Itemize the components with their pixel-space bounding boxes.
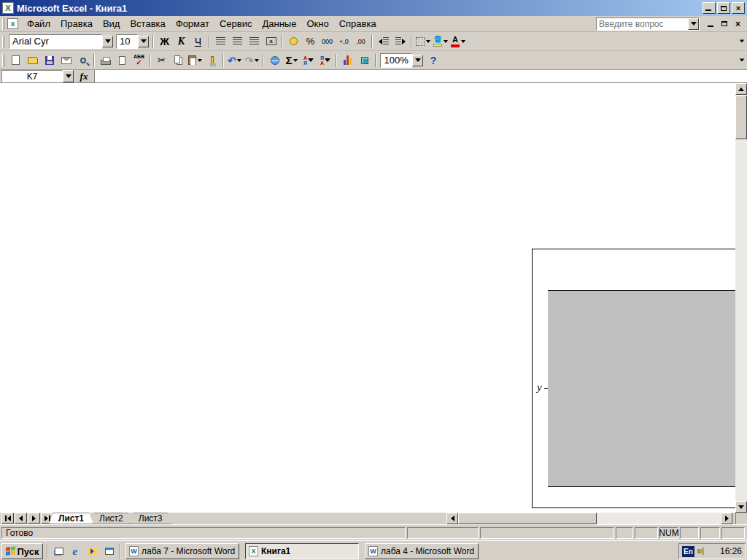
font-size-dropdown-icon[interactable]: [138, 36, 149, 47]
scroll-right-button[interactable]: [721, 513, 732, 524]
window-restore-button[interactable]: [717, 2, 730, 14]
menu-tools[interactable]: Сервис: [214, 17, 258, 31]
menu-edit[interactable]: Правка: [55, 17, 98, 31]
fill-color-dropdown-icon[interactable]: [443, 36, 448, 47]
increase-indent-button[interactable]: [392, 34, 409, 50]
scroll-down-button[interactable]: [735, 501, 747, 513]
window-minimize-button[interactable]: [703, 2, 716, 14]
menu-insert[interactable]: Вставка: [125, 17, 170, 31]
tab-sheet3[interactable]: Лист3: [129, 513, 172, 524]
font-name-combo[interactable]: Arial Cyr: [9, 34, 113, 49]
start-button[interactable]: Пуск: [1, 543, 43, 559]
thousands-button[interactable]: 000: [319, 34, 336, 50]
decrease-indent-button[interactable]: [375, 34, 392, 50]
paste-dropdown-icon[interactable]: [197, 55, 202, 66]
font-color-button[interactable]: А: [449, 34, 467, 50]
merge-center-button[interactable]: a: [263, 34, 279, 50]
paste-button[interactable]: [187, 52, 204, 69]
horizontal-scroll-thumb[interactable]: [458, 513, 597, 524]
undo-dropdown-icon[interactable]: [237, 55, 242, 66]
media-player-icon[interactable]: [86, 545, 98, 557]
previous-sheet-button[interactable]: [15, 513, 27, 524]
cut-button[interactable]: ✂: [153, 52, 170, 69]
tab-sheet2[interactable]: Лист2: [90, 513, 133, 524]
toolbar-grip[interactable]: [2, 36, 4, 47]
question-input[interactable]: [597, 19, 688, 29]
show-desktop-icon[interactable]: [53, 545, 65, 557]
vertical-scroll-thumb[interactable]: [735, 96, 747, 139]
scroll-up-button[interactable]: [735, 83, 747, 95]
insert-function-button[interactable]: fx: [80, 71, 88, 82]
font-name-dropdown-icon[interactable]: [102, 36, 113, 47]
menu-format[interactable]: Формат: [171, 17, 214, 31]
sort-descending-button[interactable]: ЯА: [317, 52, 333, 69]
menu-view[interactable]: Вид: [98, 17, 125, 31]
doc-restore-button[interactable]: [719, 18, 731, 29]
align-left-button[interactable]: [212, 34, 229, 50]
taskbar-item-word-laba4[interactable]: W лаба 4 - Microsoft Word: [365, 543, 479, 559]
name-box-dropdown-icon[interactable]: [63, 70, 74, 82]
menu-window[interactable]: Окно: [301, 17, 333, 31]
italic-button[interactable]: К: [173, 34, 190, 50]
copy-button[interactable]: [170, 52, 187, 69]
format-painter-button[interactable]: [204, 52, 220, 69]
currency-button[interactable]: [285, 34, 302, 50]
vertical-scrollbar[interactable]: [735, 83, 747, 513]
save-button[interactable]: [41, 52, 58, 69]
redo-dropdown-icon[interactable]: [254, 55, 259, 66]
spelling-button[interactable]: АБВ✓: [131, 52, 147, 69]
doc-minimize-button[interactable]: [705, 18, 718, 29]
hyperlink-button[interactable]: [266, 52, 283, 69]
taskbar-item-excel-kniga1[interactable]: X Книга1: [245, 543, 359, 559]
borders-button[interactable]: [414, 34, 432, 50]
new-button[interactable]: [7, 52, 24, 69]
chart-wizard-button[interactable]: [339, 52, 356, 69]
zoom-combo[interactable]: 100%: [380, 53, 423, 68]
font-size-combo[interactable]: 10: [116, 34, 149, 49]
horizontal-scrollbar[interactable]: [446, 513, 732, 524]
autosum-button[interactable]: Σ: [283, 52, 300, 69]
toolbar-options-button[interactable]: [738, 52, 746, 69]
underline-button[interactable]: Ч: [190, 34, 206, 50]
bold-button[interactable]: Ж: [156, 34, 173, 50]
print-preview-button[interactable]: [114, 52, 131, 69]
taskbar-item-word-laba7[interactable]: W лаба 7 - Microsoft Word: [125, 543, 239, 559]
redo-button[interactable]: ↷: [244, 52, 261, 69]
font-color-dropdown-icon[interactable]: [460, 36, 465, 47]
window-close-button[interactable]: ×: [732, 2, 745, 14]
scroll-left-button[interactable]: [446, 513, 458, 524]
fill-color-button[interactable]: 🪣: [432, 34, 449, 50]
next-sheet-button[interactable]: [28, 513, 40, 524]
align-center-button[interactable]: [229, 34, 246, 50]
formula-input[interactable]: [94, 70, 747, 82]
email-button[interactable]: [58, 52, 74, 69]
help-button[interactable]: ?: [425, 52, 441, 69]
sort-ascending-button[interactable]: АЯ: [300, 52, 317, 69]
toolbar-grip[interactable]: [2, 18, 4, 30]
undo-button[interactable]: ↶: [226, 52, 244, 69]
autosum-dropdown-icon[interactable]: [293, 55, 298, 66]
menu-data[interactable]: Данные: [257, 17, 301, 31]
increase-decimal-button[interactable]: +,0: [336, 34, 352, 50]
zoom-dropdown-icon[interactable]: [412, 55, 423, 66]
align-right-button[interactable]: [246, 34, 263, 50]
percent-button[interactable]: %: [302, 34, 319, 50]
internet-explorer-icon[interactable]: e: [69, 545, 81, 557]
question-dropdown-icon[interactable]: [688, 18, 699, 30]
doc-close-button[interactable]: ×: [732, 18, 744, 29]
chart[interactable]: y: [532, 249, 735, 508]
name-box[interactable]: K7: [1, 70, 63, 82]
workbook-icon[interactable]: [7, 18, 18, 29]
open-button[interactable]: [24, 52, 41, 69]
toolbar-grip[interactable]: [2, 55, 4, 66]
decrease-decimal-button[interactable]: ,00: [352, 34, 369, 50]
search-button[interactable]: [74, 52, 91, 69]
volume-icon[interactable]: [697, 549, 700, 553]
tab-sheet1[interactable]: Лист1: [49, 513, 93, 524]
menu-file[interactable]: Файл: [22, 17, 55, 31]
print-button[interactable]: [97, 52, 114, 69]
language-indicator[interactable]: En: [682, 546, 694, 557]
first-sheet-button[interactable]: [1, 513, 14, 524]
borders-dropdown-icon[interactable]: [425, 36, 430, 47]
drawing-button[interactable]: [356, 52, 373, 69]
